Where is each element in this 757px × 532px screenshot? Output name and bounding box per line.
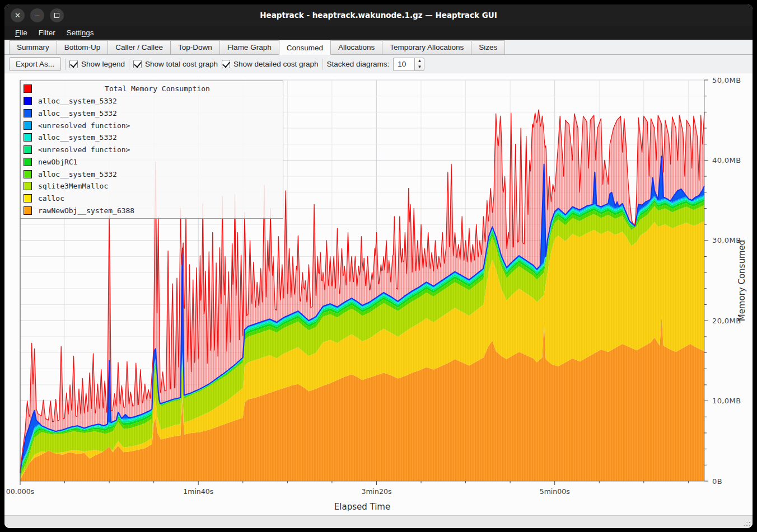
legend-item: Total Memory Consumption [21,83,283,95]
legend-swatch [24,109,32,117]
legend-swatch [24,170,32,178]
y-tick-label: 10,0MB [712,397,741,405]
legend-label: newObjRC1 [38,158,77,166]
menu-bar: File Filter Settings [4,26,753,40]
legend-item: <unresolved function> [21,120,283,131]
menu-filter[interactable]: Filter [34,27,60,38]
tab-caller-callee[interactable]: Caller / Callee [108,40,171,54]
legend-swatch [24,206,32,215]
checkbox-icon [222,60,230,68]
resize-grip-icon[interactable] [743,519,751,526]
tab-sizes[interactable]: Sizes [471,40,505,54]
y-axis-title: Memory Consumed [737,240,747,322]
legend-label: Total Memory Consumption [32,84,283,93]
y-tick-label: 50,0MB [712,76,741,84]
tab-allocations[interactable]: Allocations [330,40,382,54]
legend-swatch [24,158,32,166]
tab-consumed[interactable]: Consumed [279,40,331,55]
tab-bar: Summary Bottom-Up Caller / Callee Top-Do… [4,40,753,55]
export-as-button[interactable]: Export As... [9,57,61,71]
legend-swatch [24,194,32,203]
chart-legend: Total Memory Consumptionalloc__system_53… [20,81,283,219]
chart-region: 00.000s1min40s3min20s5min00s0B10,0MB20,0… [4,73,753,515]
show-legend-checkbox[interactable]: Show legend [69,60,125,68]
legend-label: sqlite3MemMalloc [38,182,108,190]
menu-file[interactable]: File [10,27,32,38]
legend-item: alloc__system_5332 [21,132,283,143]
toolbar-separator [129,59,129,70]
legend-item: calloc [21,193,283,204]
tab-bottom-up[interactable]: Bottom-Up [57,40,109,54]
title-bar[interactable]: ✕ – Heaptrack - heaptrack.wakunode.1.gz … [4,4,753,26]
legend-item: rawNewObj__system_6388 [21,205,283,216]
spinner-up-icon[interactable]: ▲ [415,58,424,64]
checkbox-icon [133,60,142,68]
checkbox-icon [69,60,78,68]
close-icon[interactable]: ✕ [11,8,25,22]
show-detailed-cost-checkbox[interactable]: Show detailed cost graph [222,60,319,68]
x-axis-title: Elapsed Time [334,502,390,512]
maximize-icon[interactable] [50,8,64,22]
tab-flame-graph[interactable]: Flame Graph [219,40,279,54]
x-tick-label: 5min00s [540,487,570,496]
legend-label: alloc__system_5332 [38,133,117,142]
legend-label: alloc__system_5332 [38,170,117,178]
tab-top-down[interactable]: Top-Down [170,40,220,54]
legend-swatch [24,145,32,154]
toolbar-separator [323,59,323,70]
legend-item: alloc__system_5332 [21,168,283,180]
legend-item: sqlite3MemMalloc [21,181,283,192]
window-title: Heaptrack - heaptrack.wakunode.1.gz — He… [4,11,753,20]
status-bar [4,515,753,528]
stacked-diagrams-stepper: 10 ▲ ▼ [393,58,424,71]
minimize-icon[interactable]: – [30,8,44,22]
stacked-diagrams-value[interactable]: 10 [393,58,414,71]
y-tick-label: 40,0MB [712,156,741,164]
legend-label: alloc__system_5332 [38,109,117,117]
tab-summary[interactable]: Summary [9,40,57,54]
stacked-diagrams-label: Stacked diagrams: [327,60,390,68]
legend-label: alloc__system_5332 [38,97,117,105]
x-tick-label: 3min20s [361,487,391,496]
legend-swatch [24,182,32,190]
legend-item: <unresolved function> [21,144,283,156]
legend-label: <unresolved function> [38,121,130,130]
legend-swatch [24,97,32,105]
legend-swatch [24,84,32,93]
spinner-down-icon[interactable]: ▼ [415,64,424,70]
legend-label: calloc [38,194,64,203]
toolbar-separator [65,59,66,70]
x-tick-label: 00.000s [6,487,34,496]
legend-item: newObjRC1 [21,156,283,167]
tab-temporary-allocations[interactable]: Temporary Allocations [382,40,471,54]
y-tick-label: 0B [712,477,722,486]
show-total-cost-checkbox[interactable]: Show total cost graph [133,60,218,68]
legend-item: alloc__system_5332 [21,107,283,119]
toolbar: Export As... Show legend Show total cost… [4,55,753,73]
legend-label: <unresolved function> [38,145,130,154]
x-tick-label: 1min40s [183,487,213,496]
legend-swatch [24,121,32,130]
menu-settings[interactable]: Settings [62,27,99,38]
legend-label: rawNewObj__system_6388 [38,206,134,215]
app-window: ✕ – Heaptrack - heaptrack.wakunode.1.gz … [4,4,753,528]
legend-swatch [24,133,32,142]
legend-item: alloc__system_5332 [21,96,283,107]
